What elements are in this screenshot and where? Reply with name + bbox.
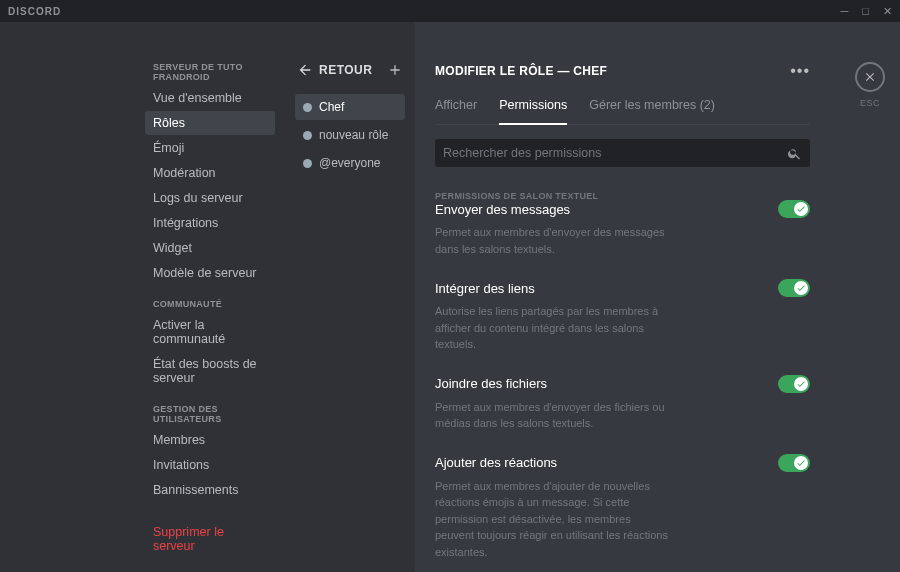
sidebar-item[interactable]: Invitations [145,453,275,477]
permission-description: Permet aux membres d'envoyer des fichier… [435,399,670,432]
permission-row: Joindre des fichiersPermet aux membres d… [435,375,810,432]
role-item[interactable]: nouveau rôle [295,122,405,148]
add-role-icon[interactable] [387,62,403,78]
sidebar-item[interactable]: Rôles [145,111,275,135]
sidebar-item[interactable]: Bannissements [145,478,275,502]
search-input[interactable] [443,146,787,160]
permission-toggle[interactable] [778,375,810,393]
back-button[interactable]: RETOUR [297,62,372,78]
permission-title: Joindre des fichiers [435,376,547,391]
role-label: nouveau rôle [319,128,388,142]
tab[interactable]: Afficher [435,98,477,124]
sidebar-item[interactable]: Intégrations [145,211,275,235]
close-button[interactable] [855,62,885,92]
tab[interactable]: Gérer les membres (2) [589,98,715,124]
sidebar-item[interactable]: Vue d'ensemble [145,86,275,110]
sidebar-item[interactable]: Membres [145,428,275,452]
close-panel: ESC [840,22,900,572]
close-icon [863,70,877,84]
sidebar-item[interactable]: Widget [145,236,275,260]
search-icon [787,146,802,161]
sidebar-category-header: COMMUNAUTÉ [153,299,275,309]
permission-title: Ajouter des réactions [435,455,557,470]
more-options-icon[interactable]: ••• [790,62,810,80]
close-window-icon[interactable]: ✕ [883,6,892,17]
sidebar-item[interactable]: Modération [145,161,275,185]
app-logo: DISCORD [8,6,61,17]
permission-row: Ajouter des réactionsPermet aux membres … [435,454,810,561]
window-controls: ─ □ ✕ [841,6,892,17]
role-color-dot [303,159,312,168]
sidebar-item[interactable]: Émoji [145,136,275,160]
permission-row: Intégrer des liensAutorise les liens par… [435,279,810,353]
page-title: MODIFIER LE RÔLE — CHEF [435,64,607,78]
sidebar-item[interactable]: État des boosts de serveur [145,352,275,390]
role-list-column: RETOUR Chefnouveau rôle@everyone [285,22,415,572]
settings-sidebar: SERVEUR DE TUTO FRANDROIDVue d'ensembleR… [0,22,285,572]
sidebar-category-header: GESTION DES UTILISATEURS [153,404,275,424]
permission-description: Autorise les liens partagés par les memb… [435,303,670,353]
minimize-icon[interactable]: ─ [841,6,849,17]
permission-title: Intégrer des liens [435,281,535,296]
role-editor: MODIFIER LE RÔLE — CHEF ••• AfficherPerm… [415,22,840,572]
sidebar-item[interactable]: Activer la communauté [145,313,275,351]
sidebar-category-header: SERVEUR DE TUTO FRANDROID [153,62,275,82]
titlebar: DISCORD ─ □ ✕ [0,0,900,22]
arrow-left-icon [297,62,313,78]
sidebar-item[interactable]: Logs du serveur [145,186,275,210]
role-label: Chef [319,100,344,114]
permission-toggle[interactable] [778,279,810,297]
delete-server-item[interactable]: Supprimer le serveur [145,520,275,558]
role-item[interactable]: Chef [295,94,405,120]
sidebar-item[interactable]: Modèle de serveur [145,261,275,285]
role-color-dot [303,131,312,140]
tabs: AfficherPermissionsGérer les membres (2) [435,98,810,125]
maximize-icon[interactable]: □ [862,6,869,17]
permission-toggle[interactable] [778,454,810,472]
role-color-dot [303,103,312,112]
permission-toggle[interactable] [778,200,810,218]
role-item[interactable]: @everyone [295,150,405,176]
tab[interactable]: Permissions [499,98,567,124]
back-label: RETOUR [319,63,372,77]
permission-description: Permet aux membres d'ajouter de nouvelle… [435,478,670,561]
role-label: @everyone [319,156,381,170]
esc-label: ESC [860,98,880,108]
permission-search[interactable] [435,139,810,167]
permission-description: Permet aux membres d'envoyer des message… [435,224,670,257]
permission-title: Envoyer des messages [435,202,570,217]
permission-row: Envoyer des messagesPermet aux membres d… [435,200,810,257]
